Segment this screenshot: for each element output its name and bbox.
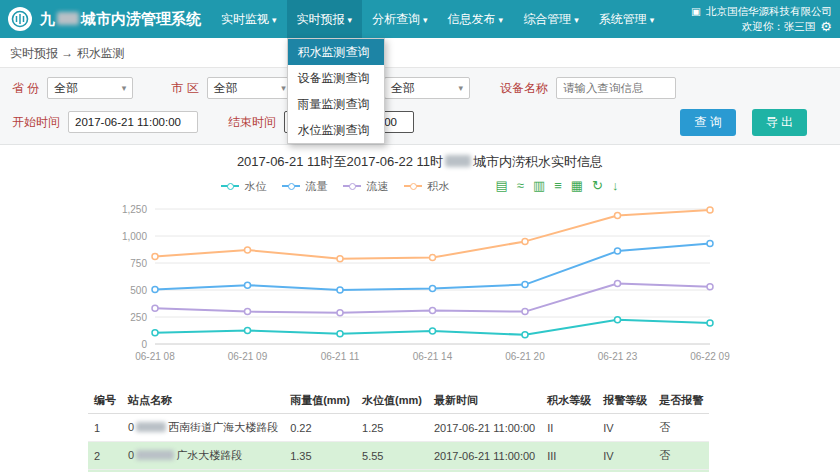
nav-item-realtime-forecast[interactable]: 实时预报▾ 积水监测查询 设备监测查询 雨量监测查询 水位监测查询: [287, 0, 363, 38]
cell-is-alarmed: 否: [653, 442, 709, 470]
svg-text:750: 750: [130, 258, 147, 269]
svg-text:06-22 09: 06-22 09: [690, 351, 730, 362]
svg-text:0: 0: [141, 339, 147, 350]
nav-item-label: 系统管理: [599, 12, 647, 26]
query-button[interactable]: 查 询: [680, 109, 735, 136]
city-select-value: 全部: [214, 80, 238, 97]
menu-item-water-level-monitor-query[interactable]: 水位监测查询: [288, 117, 384, 143]
app-logo-icon: [8, 7, 32, 31]
city-select[interactable]: 全部 ▾: [207, 77, 293, 99]
menu-item-water-accumulation-query[interactable]: 积水监测查询: [288, 39, 384, 65]
column-header-water-level: 水位值(mm): [356, 388, 428, 414]
county-select[interactable]: 全部 ▾: [384, 77, 470, 99]
menu-item-rainfall-monitor-query[interactable]: 雨量监测查询: [288, 91, 384, 117]
nav-item-realtime-monitoring[interactable]: 实时监视▾: [211, 0, 287, 38]
device-name-input[interactable]: [556, 77, 676, 99]
table-header-row: 编号 站点名称 雨量值(mm) 水位值(mm) 最新时间 积水等级 报警等级 是…: [88, 388, 709, 414]
nav-item-system-management[interactable]: 系统管理▾: [589, 0, 665, 38]
bar-chart-icon[interactable]: ▥: [533, 177, 545, 195]
nav-item-label: 综合管理: [523, 12, 571, 26]
nav-item-analysis-query[interactable]: 分析查询▾: [362, 0, 438, 38]
end-time-label: 结束时间: [228, 114, 276, 131]
cell-rainfall: 0.22: [284, 414, 356, 442]
legend-label: 流速: [366, 179, 388, 194]
data-view-icon[interactable]: ▤: [495, 177, 507, 195]
column-header-alarm-level: 报警等级: [597, 388, 653, 414]
filter-panel: 省 份 全部 ▾ 市 区 全部 ▾ 县 级 全部 ▾ 设备名称 开始时间 结束时…: [0, 68, 840, 145]
redacted-text: [445, 155, 471, 167]
chevron-down-icon: ▾: [281, 83, 286, 93]
column-header-is-alarmed: 是否报警: [653, 388, 709, 414]
breadcrumb: 实时预报 → 积水监测: [0, 38, 840, 68]
line-chart: 02505007501,0001,25006-21 0806-21 0906-2…: [100, 199, 740, 378]
legend-marker: [404, 185, 422, 187]
restore-icon[interactable]: ↻: [592, 177, 603, 195]
save-image-icon[interactable]: ↓: [612, 177, 619, 195]
app-title: 九城市内涝管理系统: [40, 10, 201, 29]
legend-item-flow[interactable]: 流量: [282, 179, 327, 194]
province-select[interactable]: 全部 ▾: [47, 77, 133, 99]
nav-item-info-release[interactable]: 信息发布▾: [438, 0, 514, 38]
company-logo-icon: ▣: [691, 4, 701, 19]
province-select-value: 全部: [54, 80, 78, 97]
cell-water-level: 1.25: [356, 414, 428, 442]
cell-alarm-level: IV: [597, 414, 653, 442]
cell-latest-time: 2017-06-21 11:00:00: [428, 414, 541, 442]
cell-rainfall: 1.35: [284, 442, 356, 470]
gear-icon[interactable]: ⚙: [820, 19, 832, 34]
main-nav: 实时监视▾ 实时预报▾ 积水监测查询 设备监测查询 雨量监测查询 水位监测查询 …: [211, 0, 664, 38]
line-chart-canvas: 02505007501,0001,25006-21 0806-21 0906-2…: [100, 199, 740, 374]
start-time-label: 开始时间: [12, 114, 60, 131]
chevron-down-icon: ▾: [423, 15, 428, 25]
chevron-down-icon: ▾: [650, 15, 655, 25]
nav-item-label: 分析查询: [372, 12, 420, 26]
cell-id: 2: [88, 442, 122, 470]
column-header-accumulation-level: 积水等级: [541, 388, 597, 414]
device-name-label: 设备名称: [500, 80, 548, 97]
table-row[interactable]: 1 0西南街道广海大楼路段 0.22 1.25 2017-06-21 11:00…: [88, 414, 709, 442]
cell-station-name: 0西南街道广海大楼路段: [122, 414, 284, 442]
cell-is-alarmed: 否: [653, 414, 709, 442]
stack-icon[interactable]: ≡: [554, 177, 562, 195]
chevron-down-icon: ▾: [574, 15, 579, 25]
svg-text:06-21 20: 06-21 20: [505, 351, 545, 362]
column-header-station-name: 站点名称: [122, 388, 284, 414]
svg-text:06-21 08: 06-21 08: [135, 351, 175, 362]
legend-label: 积水: [427, 179, 449, 194]
province-label: 省 份: [12, 80, 39, 97]
header-right: ▣ 北京国信华源科技有限公司 欢迎你：张三国 ⚙: [691, 4, 840, 34]
line-chart-icon[interactable]: ≈: [517, 177, 524, 195]
chevron-down-icon: ▾: [459, 83, 464, 93]
filter-row-time: 开始时间 结束时间 查 询 导 出: [0, 108, 840, 136]
export-button[interactable]: 导 出: [752, 109, 807, 136]
tiled-icon[interactable]: ▦: [571, 177, 583, 195]
chevron-down-icon: ▾: [499, 15, 504, 25]
redacted-text: [136, 422, 166, 432]
cell-alarm-level: IV: [597, 442, 653, 470]
chart-title: 2017-06-21 11时至2017-06-22 11时城市内涝积水实时信息: [0, 153, 840, 171]
svg-text:250: 250: [130, 312, 147, 323]
cell-accumulation-level: II: [541, 414, 597, 442]
start-time-input[interactable]: [68, 111, 198, 133]
chevron-down-icon: ▾: [272, 15, 277, 25]
chart-toolbox: ▤ ≈ ▥ ≡ ▦ ↻ ↓: [495, 177, 618, 195]
legend-item-accumulation[interactable]: 积水: [404, 179, 449, 194]
cell-water-level: 5.55: [356, 442, 428, 470]
table-row[interactable]: 2 0广水大楼路段 1.35 5.55 2017-06-21 11:00:00 …: [88, 442, 709, 470]
legend-marker: [221, 185, 239, 187]
top-nav-bar: 九城市内涝管理系统 实时监视▾ 实时预报▾ 积水监测查询 设备监测查询 雨量监测…: [0, 0, 840, 38]
legend-item-flow-speed[interactable]: 流速: [343, 179, 388, 194]
cell-accumulation-level: III: [541, 442, 597, 470]
welcome-text: 欢迎你：张三国: [742, 19, 816, 34]
menu-item-device-monitor-query[interactable]: 设备监测查询: [288, 65, 384, 91]
chevron-down-icon: ▾: [348, 15, 353, 25]
chart-header: 水位 流量 流速 积水 ▤ ≈ ▥ ≡ ▦ ↻ ↓: [0, 177, 840, 195]
svg-text:06-21 23: 06-21 23: [598, 351, 638, 362]
main-content: 2017-06-21 11时至2017-06-22 11时城市内涝积水实时信息 …: [0, 153, 840, 472]
svg-text:06-21 09: 06-21 09: [228, 351, 268, 362]
legend-item-water-level[interactable]: 水位: [221, 179, 266, 194]
column-header-id: 编号: [88, 388, 122, 414]
cell-id: 1: [88, 414, 122, 442]
nav-item-comprehensive-management[interactable]: 综合管理▾: [513, 0, 589, 38]
svg-text:1,000: 1,000: [122, 231, 147, 242]
